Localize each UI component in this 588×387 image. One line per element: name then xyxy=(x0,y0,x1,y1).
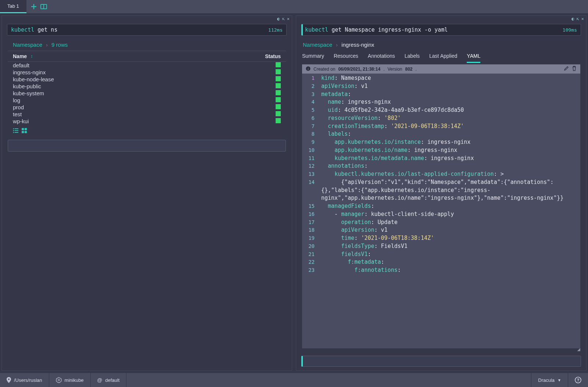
theme-name: Dracula xyxy=(538,377,555,383)
yaml-code: name: ingress-nginx xyxy=(321,98,580,106)
breadcrumb-name: ingress-nginx xyxy=(341,42,374,48)
line-number: 11 xyxy=(302,155,321,162)
status-namespace[interactable]: @ default xyxy=(91,373,127,387)
left-prompt-input[interactable] xyxy=(8,140,286,152)
screenshot-icon[interactable]: ◐ xyxy=(277,16,280,21)
svg-point-6 xyxy=(13,132,14,133)
command-args: get Namespace ingress-nginx -o yaml xyxy=(331,26,448,33)
split-pane-icon[interactable] xyxy=(40,4,47,9)
tab-actions xyxy=(26,0,51,13)
info-icon: i xyxy=(306,66,311,72)
yaml-line: 8 labels: xyxy=(302,130,580,138)
yaml-code: creationTimestamp: '2021-09-06T18:38:14Z… xyxy=(321,123,580,131)
yaml-code: f:annotations: xyxy=(321,266,580,274)
yaml-line: 17 operation: Update xyxy=(302,219,580,227)
line-number: 8 xyxy=(302,130,321,138)
cell-name: wp-kui xyxy=(13,118,276,124)
line-number: 12 xyxy=(302,162,321,170)
svg-text:?: ? xyxy=(577,378,580,382)
table-row[interactable]: default xyxy=(8,62,286,69)
close-icon[interactable]: ✕ xyxy=(581,16,584,21)
list-view-icon[interactable] xyxy=(13,128,19,135)
table-row[interactable]: ingress-nginx xyxy=(8,69,286,76)
yaml-code: - manager: kubectl-client-side-apply xyxy=(321,210,580,219)
grid-view-icon[interactable] xyxy=(22,128,27,135)
yaml-line: 2apiVersion: v1 xyxy=(302,82,580,90)
tab-bar: Tab 1 xyxy=(0,0,588,14)
line-number: 19 xyxy=(302,234,321,242)
resize-handle[interactable]: ◢ xyxy=(296,346,580,352)
status-indicator xyxy=(276,62,281,67)
yaml-line: 21 fieldsV1: xyxy=(302,251,580,259)
namespace-table: Name ↕ Status defaultingress-nginxkube-n… xyxy=(2,51,292,125)
col-name-header[interactable]: Name ↕ xyxy=(13,53,265,59)
cell-name: ingress-nginx xyxy=(13,69,276,75)
at-icon: @ xyxy=(97,377,103,383)
left-command-line[interactable]: kubectl get ns 112ms xyxy=(7,24,287,36)
help-button[interactable]: ? xyxy=(568,373,588,387)
table-row[interactable]: kube-public xyxy=(8,83,286,90)
status-context[interactable]: minikube xyxy=(49,373,91,387)
line-number: 4 xyxy=(302,98,321,106)
yaml-code: {"apiVersion":"v1","kind":"Namespace","m… xyxy=(321,178,580,202)
yaml-code: time: '2021-09-06T18:38:14Z' xyxy=(321,234,580,242)
right-command-line[interactable]: kubectl get Namespace ingress-nginx -o y… xyxy=(301,24,581,36)
screenshot-icon[interactable]: ◐ xyxy=(571,16,574,21)
tab-yaml[interactable]: YAML xyxy=(467,51,480,63)
col-status-header[interactable]: Status xyxy=(265,53,281,59)
delete-icon[interactable] xyxy=(572,66,577,72)
tab-summary[interactable]: Summary xyxy=(302,51,324,63)
svg-rect-9 xyxy=(25,128,27,130)
table-row[interactable]: kube-node-lease xyxy=(8,76,286,83)
status-context-text: minikube xyxy=(65,377,84,383)
command-args: get ns xyxy=(37,26,57,33)
table-row[interactable]: kube-system xyxy=(8,90,286,97)
yaml-line: 20 fieldsType: FieldsV1 xyxy=(302,242,580,251)
yaml-viewer[interactable]: 1kind: Namespace2apiVersion: v13metadata… xyxy=(302,74,580,348)
svg-point-2 xyxy=(13,128,14,129)
command-timing: 109ms xyxy=(563,27,577,33)
tab-labels[interactable]: Labels xyxy=(405,51,420,63)
line-number: 13 xyxy=(302,170,321,178)
line-number: 14 xyxy=(302,178,321,186)
cell-name: log xyxy=(13,97,276,103)
export-icon[interactable]: ⇱ xyxy=(282,16,285,21)
chevron-right-icon: › xyxy=(46,42,48,48)
yaml-line: 10 app.kubernetes.io/name: ingress-nginx xyxy=(302,146,580,155)
table-row[interactable]: prod xyxy=(8,104,286,111)
table-row[interactable]: test xyxy=(8,111,286,118)
line-number: 20 xyxy=(302,242,321,250)
breadcrumb-root[interactable]: Namespace xyxy=(13,42,42,48)
yaml-line: 19 time: '2021-09-06T18:38:14Z' xyxy=(302,234,580,242)
export-icon[interactable]: ⇱ xyxy=(577,16,579,21)
line-number: 22 xyxy=(302,258,321,266)
sort-icon[interactable]: ↕ xyxy=(31,54,33,59)
tab-1[interactable]: Tab 1 xyxy=(0,0,26,13)
edit-icon[interactable] xyxy=(564,66,569,72)
command-timing: 112ms xyxy=(268,27,283,33)
yaml-code: kind: Namespace xyxy=(321,74,580,82)
tab-last-applied[interactable]: Last Applied xyxy=(429,51,457,63)
yaml-line: 16 - manager: kubectl-client-side-apply xyxy=(302,210,580,219)
tab-annotations[interactable]: Annotations xyxy=(368,51,395,63)
breadcrumb-root[interactable]: Namespace xyxy=(303,42,332,48)
tab-resources[interactable]: Resources xyxy=(334,51,358,63)
left-pane: ◐ ⇱ ✕ kubectl get ns 112ms Namespace › 9… xyxy=(1,15,292,371)
table-row[interactable]: log xyxy=(8,97,286,104)
close-icon[interactable]: ✕ xyxy=(287,16,290,21)
yaml-code: fieldsV1: xyxy=(321,251,580,259)
status-cwd[interactable]: /Users/ruslan xyxy=(0,373,49,387)
meta-prefix: Created on xyxy=(313,67,335,72)
svg-rect-5 xyxy=(15,130,18,131)
theme-selector[interactable]: Dracula ▼ xyxy=(531,373,568,387)
new-tab-icon[interactable] xyxy=(31,4,37,10)
right-prompt-input[interactable] xyxy=(301,356,581,367)
status-indicator xyxy=(276,111,281,116)
yaml-code: kubectl.kubernetes.io/last-applied-confi… xyxy=(321,170,580,178)
svg-rect-11 xyxy=(25,131,27,133)
yaml-line: 15 managedFields: xyxy=(302,202,580,210)
table-body: defaultingress-nginxkube-node-leasekube-… xyxy=(8,62,286,125)
line-number: 9 xyxy=(302,138,321,146)
yaml-line: 23 f:annotations: xyxy=(302,266,580,274)
table-row[interactable]: wp-kui xyxy=(8,118,286,125)
